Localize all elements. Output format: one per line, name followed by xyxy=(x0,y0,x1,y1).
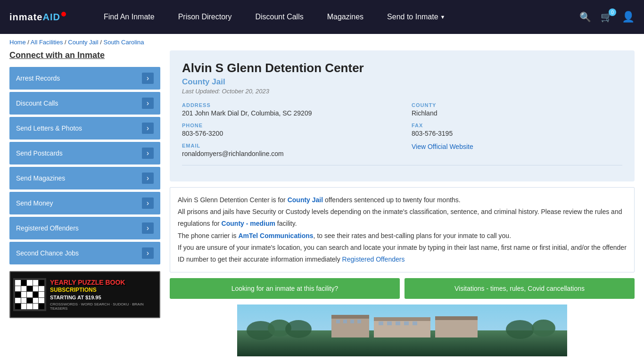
search-icon[interactable]: 🔍 xyxy=(579,11,591,23)
desc2: All prisons and jails have Security or C… xyxy=(178,206,627,230)
find-inmate-button[interactable]: Looking for an inmate at this facility? xyxy=(170,278,400,299)
nav-send-to-inmate[interactable]: Send to Inmate ▼ xyxy=(387,13,445,21)
nav-discount-calls[interactable]: Discount Calls xyxy=(255,13,303,21)
arrow-icon: › xyxy=(142,222,154,234)
county-label: COUNTY xyxy=(412,102,622,108)
svg-rect-11 xyxy=(435,318,478,337)
registered-offenders-link[interactable]: Registered Offenders xyxy=(342,255,405,263)
sidebar-item-second-chance-jobs[interactable]: Second Chance Jobs › xyxy=(9,242,160,264)
svg-rect-20 xyxy=(404,321,409,325)
sidebar-item-send-magazines[interactable]: Send Magazines › xyxy=(9,167,160,189)
chevron-down-icon: ▼ xyxy=(440,14,446,20)
svg-point-4 xyxy=(285,320,312,338)
sidebar-item-label: Arrest Records xyxy=(16,74,60,82)
phone-label: PHONE xyxy=(182,123,393,128)
svg-rect-21 xyxy=(413,321,417,325)
county-section: COUNTY Richland xyxy=(412,102,622,117)
county-jail-link[interactable]: County Jail xyxy=(288,196,323,204)
breadcrumb-all-facilities[interactable]: All Facilities xyxy=(31,39,63,46)
sidebar-menu: Arrest Records › Discount Calls › Send L… xyxy=(9,67,160,264)
svg-rect-10 xyxy=(374,317,430,321)
breadcrumb-county-jail[interactable]: County Jail xyxy=(68,39,98,46)
email-value: ronaldomyers@richlandonline.com xyxy=(182,150,393,157)
facility-updated: Last Updated: October 20, 2023 xyxy=(182,88,622,95)
website-link[interactable]: View Official Website xyxy=(412,143,473,150)
arrow-icon: › xyxy=(142,148,154,159)
ad-text: YEARLY PUZZLE BOOK SUBSCRIPTIONS STARTIN… xyxy=(50,279,157,311)
address-label: ADDRESS xyxy=(182,102,393,108)
desc3: The phone carrier is AmTel Communication… xyxy=(178,230,627,242)
facility-type: County Jail xyxy=(182,77,622,87)
arrow-icon: › xyxy=(142,247,154,259)
main-nav: Find An Inmate Prison Directory Discount… xyxy=(104,13,561,21)
cart-badge: 0 xyxy=(609,8,616,16)
sidebar-item-label: Discount Calls xyxy=(16,99,58,107)
email-section: EMAIL ronaldomyers@richlandonline.com xyxy=(182,143,393,157)
main-layout: Connect with an Inmate Arrest Records › … xyxy=(0,50,644,362)
sidebar-item-label: Send Magazines xyxy=(16,174,65,182)
nav-prison-directory[interactable]: Prison Directory xyxy=(178,13,232,21)
address-value: 201 John Mark Dial Dr, Columbia, SC 2920… xyxy=(182,109,393,117)
breadcrumb: Home / All Facilities / County Jail / So… xyxy=(0,34,644,50)
website-section: View Official Website xyxy=(412,143,622,157)
sidebar-item-send-letters[interactable]: Send Letters & Photos › xyxy=(9,117,160,140)
fax-label: FAX xyxy=(412,123,622,128)
arrow-icon: › xyxy=(142,98,154,109)
header-icons: 🔍 🛒 0 👤 xyxy=(579,11,635,23)
sidebar-item-label: Send Letters & Photos xyxy=(16,124,82,132)
facility-card: Alvin S Glenn Detention Center County Ja… xyxy=(170,50,635,181)
cart-icon[interactable]: 🛒 0 xyxy=(601,11,612,23)
fax-section: FAX 803-576-3195 xyxy=(412,123,622,137)
ad-small: CROSSWORDS · WORD SEARCH · SUDOKU · BRAI… xyxy=(50,302,157,311)
header: inmateAID Find An Inmate Prison Director… xyxy=(0,0,644,34)
svg-point-6 xyxy=(532,320,555,337)
ad-banner[interactable]: YEARLY PUZZLE BOOK SUBSCRIPTIONS STARTIN… xyxy=(9,271,160,318)
county-medium-link[interactable]: County - medium xyxy=(222,220,275,227)
nav-find-inmate[interactable]: Find An Inmate xyxy=(104,13,155,21)
facility-details-grid: ADDRESS 201 John Mark Dial Dr, Columbia,… xyxy=(182,102,622,165)
facility-aerial-image xyxy=(170,304,635,356)
breadcrumb-home[interactable]: Home xyxy=(9,39,26,46)
email-label: EMAIL xyxy=(182,143,393,148)
sidebar: Connect with an Inmate Arrest Records › … xyxy=(9,50,160,356)
description-area: Alvin S Glenn Detention Center is for Co… xyxy=(170,187,635,272)
arrow-icon: › xyxy=(142,173,154,184)
arrow-icon: › xyxy=(142,123,154,134)
facility-image xyxy=(170,304,635,356)
logo[interactable]: inmateAID xyxy=(9,12,66,23)
visitation-button[interactable]: Visitations - times, rules, Covid cancel… xyxy=(405,278,635,299)
ad-puzzle-graphic xyxy=(13,278,46,311)
breadcrumb-state[interactable]: South Carolina xyxy=(103,39,144,46)
address-section: ADDRESS 201 John Mark Dial Dr, Columbia,… xyxy=(182,102,393,117)
sidebar-item-label: Send Money xyxy=(16,199,53,207)
sidebar-title: Connect with an Inmate xyxy=(9,50,160,60)
svg-rect-18 xyxy=(387,321,392,325)
sidebar-item-arrest-records[interactable]: Arrest Records › xyxy=(9,67,160,90)
arrow-icon: › xyxy=(142,73,154,84)
ad-content: YEARLY PUZZLE BOOK SUBSCRIPTIONS STARTIN… xyxy=(10,275,159,314)
ad-title: YEARLY PUZZLE BOOK xyxy=(50,279,157,287)
svg-rect-16 xyxy=(357,320,361,323)
svg-rect-14 xyxy=(343,320,347,323)
amtel-link[interactable]: AmTel Communications xyxy=(238,232,313,239)
svg-rect-19 xyxy=(396,321,400,325)
sidebar-item-send-postcards[interactable]: Send Postcards › xyxy=(9,142,160,165)
svg-rect-17 xyxy=(379,321,383,325)
svg-rect-13 xyxy=(336,320,340,323)
desc1: Alvin S Glenn Detention Center is for Co… xyxy=(178,194,627,206)
svg-rect-12 xyxy=(435,316,478,320)
phone-section: PHONE 803-576-3200 xyxy=(182,123,393,137)
nav-magazines[interactable]: Magazines xyxy=(327,13,363,21)
user-icon[interactable]: 👤 xyxy=(622,11,635,23)
svg-rect-7 xyxy=(331,316,369,337)
sidebar-item-send-money[interactable]: Send Money › xyxy=(9,192,160,214)
sidebar-item-label: Send Postcards xyxy=(16,149,63,157)
logo-area: inmateAID xyxy=(9,12,85,23)
sidebar-item-registered-offenders[interactable]: Registered Offenders › xyxy=(9,217,160,239)
svg-rect-8 xyxy=(331,315,369,319)
facility-name: Alvin S Glenn Detention Center xyxy=(182,61,622,75)
logo-icon: inmateAID xyxy=(9,12,66,23)
sidebar-item-discount-calls[interactable]: Discount Calls › xyxy=(9,92,160,115)
sidebar-item-label: Registered Offenders xyxy=(16,224,79,232)
fax-value: 803-576-3195 xyxy=(412,130,622,137)
